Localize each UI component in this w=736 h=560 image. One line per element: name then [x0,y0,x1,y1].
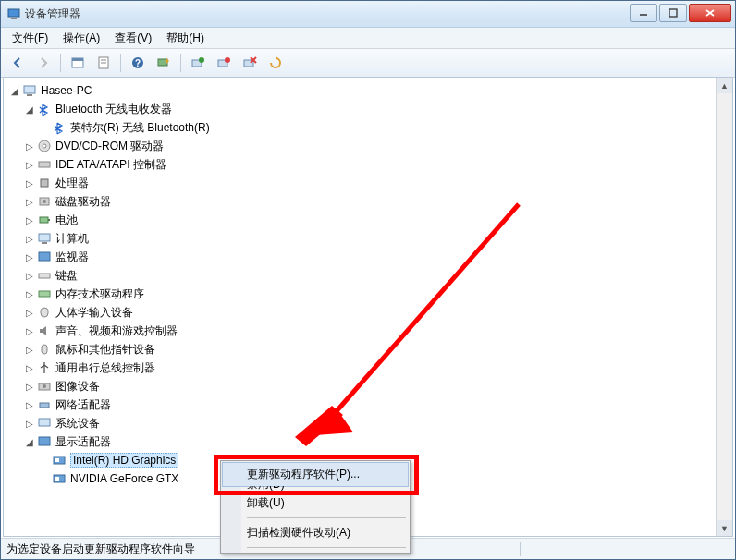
tree-node-label: 处理器 [55,176,89,191]
toolbar-update-button[interactable] [187,52,209,74]
toolbar-show-button[interactable] [67,52,89,74]
expand-toggle[interactable]: ▷ [24,196,35,207]
tree-node-label: NVIDIA GeForce GTX [70,472,178,485]
expand-toggle[interactable]: ▷ [24,381,35,392]
expand-toggle[interactable]: ◢ [9,85,20,96]
tree-node-label: 系统设备 [55,416,100,432]
scroll-track[interactable] [717,93,732,520]
tree-node-label: 键盘 [55,268,78,284]
expand-toggle[interactable]: ▷ [24,140,35,152]
menu-action[interactable]: 操作(A) [57,29,105,48]
tree-root[interactable]: ◢ Hasee-PC [4,81,732,100]
battery-icon [37,213,52,227]
toolbar-separator [180,54,181,72]
toolbar-uninstall-button[interactable] [239,52,261,74]
scroll-down-arrow[interactable]: ▼ [717,520,732,536]
toolbar-scan-button[interactable] [153,52,175,74]
display-icon [37,434,52,449]
expand-toggle[interactable]: ▷ [24,325,35,336]
svg-rect-44 [55,458,59,462]
tree-node[interactable]: ▷ 计算机 [4,229,732,248]
device-manager-window: 设备管理器 文件(F) 操作(A) 查看(V) 帮助(H) ? [0,0,736,560]
app-icon [6,6,21,21]
svg-rect-40 [40,403,49,408]
toolbar-separator [60,54,61,72]
expand-toggle[interactable]: ▷ [24,214,35,225]
expand-toggle[interactable]: ▷ [24,233,35,244]
network-icon [37,397,52,412]
expand-toggle[interactable]: ◢ [24,436,35,447]
expand-toggle[interactable]: ▷ [24,344,35,355]
tree-node[interactable]: ▷ 电池 [4,211,732,229]
svg-rect-0 [8,9,19,17]
svg-rect-35 [39,291,50,297]
tree-node[interactable]: ▷ 系统设备 [4,414,732,432]
svg-rect-41 [39,419,50,426]
toolbar-refresh-button[interactable] [264,52,287,74]
toolbar-forward-button[interactable] [32,52,55,74]
ctx-item-label: 扫描检测硬件改动(A) [247,526,350,539]
expand-toggle[interactable]: ▷ [24,159,35,170]
tree-node-label: 内存技术驱动程序 [55,286,144,302]
context-menu: 更新驱动程序软件(P)... 禁用(D) 卸载(U) 扫描检测硬件改动(A) [220,460,411,554]
svg-rect-31 [39,234,50,241]
toolbar-back-button[interactable] [6,52,29,74]
bluetooth-icon [37,102,52,116]
ctx-update-driver[interactable]: 更新驱动程序软件(P)... [222,462,409,487]
svg-rect-22 [27,94,32,96]
close-button[interactable] [689,4,731,22]
expand-toggle[interactable]: ▷ [24,270,35,281]
status-text: 为选定设备启动更新驱动程序软件向导 [6,542,195,557]
tree-node[interactable]: ▷ 监视器 [4,248,732,266]
bluetooth-icon [52,120,67,135]
ctx-scan-hardware[interactable]: 扫描检测硬件改动(A) [223,521,408,544]
tree-node[interactable]: ▷ 键盘 [4,266,732,285]
tree-node-bluetooth-child[interactable]: 英特尔(R) 无线 Bluetooth(R) [4,118,732,137]
menu-file[interactable]: 文件(F) [6,29,54,48]
tree-node[interactable]: ▷ 内存技术驱动程序 [4,285,732,303]
tree-node[interactable]: ▷ 人体学输入设备 [4,303,732,322]
scroll-up-arrow[interactable]: ▲ [717,78,732,93]
tree-node[interactable]: ▷ 网络适配器 [4,396,732,414]
menu-help[interactable]: 帮助(H) [161,29,210,48]
computer-icon [37,231,52,246]
tree-node[interactable]: ▷ 鼠标和其他指针设备 [4,340,732,359]
expand-toggle[interactable]: ▷ [24,362,35,373]
tree-node-bluetooth[interactable]: ◢ Bluetooth 无线电收发器 [4,100,732,118]
vertical-scrollbar[interactable]: ▲ ▼ [716,78,732,536]
tree-node[interactable]: ▷ 图像设备 [4,377,732,396]
toolbar-properties-button[interactable] [92,52,115,74]
tree-node-display-adapters[interactable]: ◢ 显示适配器 [4,432,732,451]
svg-rect-7 [72,58,83,61]
expand-toggle[interactable]: ▷ [24,418,35,429]
expand-toggle[interactable]: ▷ [24,177,35,189]
expand-toggle[interactable]: ▷ [24,288,35,299]
menu-view[interactable]: 查看(V) [109,29,157,48]
expand-toggle[interactable]: ▷ [24,251,35,262]
svg-rect-26 [41,179,48,187]
ctx-uninstall[interactable]: 卸载(U) [223,492,408,515]
expand-toggle[interactable]: ◢ [24,103,35,115]
tree-node[interactable]: ▷ DVD/CD-ROM 驱动器 [4,137,732,155]
device-tree[interactable]: ◢ Hasee-PC ◢ Bluetooth 无线电收发器 英特尔(R) 无线 … [4,78,732,492]
maximize-button[interactable] [659,4,687,22]
svg-rect-25 [39,162,50,167]
tree-node[interactable]: ▷ 磁盘驱动器 [4,192,732,211]
tree-node[interactable]: ▷ 声音、视频和游戏控制器 [4,322,732,340]
expand-spacer [39,455,50,466]
usb-icon [37,360,52,375]
toolbar-help-button[interactable]: ? [127,52,149,74]
ctx-separator [247,547,406,548]
tree-node-label: DVD/CD-ROM 驱动器 [55,139,164,154]
tree-node[interactable]: ▷ IDE ATA/ATAPI 控制器 [4,155,732,174]
svg-rect-1 [11,18,17,19]
minimize-button[interactable] [630,4,657,22]
system-icon [37,416,52,431]
expand-toggle[interactable]: ▷ [24,399,35,410]
toolbar: ? [1,49,735,78]
tree-node[interactable]: ▷ 通用串行总线控制器 [4,359,732,377]
expand-toggle[interactable]: ▷ [24,307,35,318]
svg-rect-29 [40,217,48,223]
tree-node[interactable]: ▷ 处理器 [4,174,732,192]
toolbar-disable-button[interactable] [213,52,235,74]
